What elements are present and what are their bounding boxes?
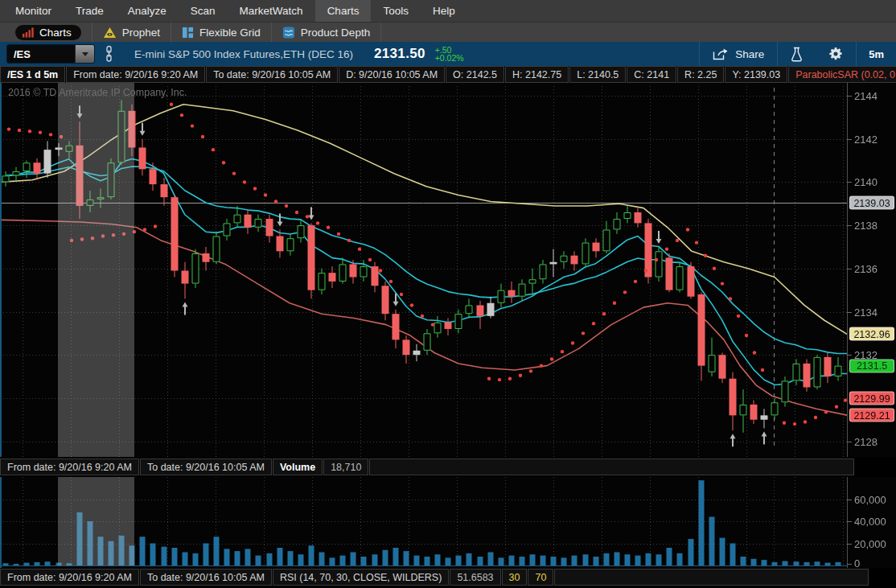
symbol-bar: /ES E-mini S&P 500 Index Futures,ETH (DE… [0,42,896,66]
price-axis-label: 2136 [854,262,878,274]
active-pill: Charts [15,25,81,40]
chart-title: /ES 1 d 5m [0,66,65,83]
toolbar-item-prophet[interactable]: Prophet [92,23,171,42]
price-axis-label: 2138 [854,220,878,232]
interval-selector[interactable]: 5m [857,48,896,60]
menu-item-analyze[interactable]: Analyze [116,0,179,22]
volume-value: 18,710 [323,458,368,475]
price-axis-label: 2134 [854,306,878,318]
toolbar-item-label: Flexible Grid [199,27,261,39]
instrument-description: E-mini S&P 500 Index Futures,ETH (DEC 16… [134,48,353,60]
ohlc-field-1: O: 2142.5 [446,66,504,83]
thinkorswim-charts-app: MonitorTradeAnalyzeScanMarketWatchCharts… [0,0,896,588]
settings-gear-button[interactable] [816,42,856,66]
gear-icon [828,47,843,61]
chart-header-strip: /ES 1 d 5mFrom date: 9/20/16 9:20 AMTo d… [0,66,896,83]
price-change: +.50 +0.02% [435,46,464,62]
toolbar-item-label: Prophet [122,27,160,39]
prophet-icon [103,27,117,39]
price-badge: 2139.03 [849,196,894,210]
volume-pane[interactable]: 60,00040,00020,0000 [0,477,896,568]
menu-item-monitor[interactable]: Monitor [3,0,64,22]
bar-chart-icon [23,27,35,38]
price-axis-label: 2142 [854,133,878,145]
volume-axis-label: 0 [854,557,860,569]
rsi-from-date-field[interactable]: From date: 9/20/16 9:20 AM [0,569,139,586]
menu-item-trade[interactable]: Trade [64,0,116,22]
price-chart-canvas[interactable] [0,83,896,457]
chevron-down-icon [82,52,88,56]
ohlc-field-4: C: 2141 [627,66,676,83]
symbol-input[interactable]: /ES [6,44,95,64]
rsi-to-date-field[interactable]: To date: 9/20/16 10:05 AM [140,569,272,586]
menubar: MonitorTradeAnalyzeScanMarketWatchCharts… [0,0,896,23]
menu-item-marketwatch[interactable]: MarketWatch [228,0,315,22]
rsi-study-label[interactable]: RSI (14, 70, 30, CLOSE, WILDERS) [273,569,449,586]
price-pane[interactable]: 2016 © TD Ameritrade IP Company, Inc. 21… [0,83,896,457]
share-label: Share [735,48,764,60]
change-percent: +0.02% [435,54,464,62]
chart-from-date-field[interactable]: From date: 9/20/16 9:20 AM [66,66,205,83]
chart-to-date-field[interactable]: To date: 9/20/16 10:05 AM [206,66,338,83]
toolbar-item-label: Product Depth [301,27,370,39]
price-badge: 2131.5 [849,359,894,372]
volume-header-strip: From date: 9/20/16 9:20 AM To date: 9/20… [0,458,855,475]
rsi-value: 51.6583 [450,569,500,586]
toolbar-item-product-depth[interactable]: Product Depth [272,23,381,42]
ohlc-field-5: R: 2.25 [677,66,724,83]
rsi-level-30: 30 [502,569,528,586]
rsi-header-strip: From date: 9/20/16 9:20 AM To date: 9/20… [0,569,869,586]
price-axis-label: 2140 [854,176,878,188]
product-depth-icon [282,27,295,39]
flask-icon [791,47,803,62]
price-axis-label: 2144 [854,90,878,102]
share-icon [713,48,729,60]
volume-axis-label: 40,000 [854,516,886,528]
toolbar-item-flexible-grid[interactable]: Flexible Grid [171,23,272,42]
link-icon[interactable] [105,45,113,63]
price-badge: 2129.21 [849,409,894,422]
study-label-parabolicsar[interactable]: ParabolicSAR (0.02, 0.2) [788,66,896,83]
chart-type-toolbar: ChartsProphetFlexible GridProduct Depth [0,23,896,42]
volume-study-label[interactable]: Volume [273,458,323,475]
share-button[interactable]: Share [700,42,777,66]
menu-item-tools[interactable]: Tools [371,0,421,22]
copyright-watermark: 2016 © TD Ameritrade IP Company, Inc. [8,87,187,98]
volume-header-filler [369,458,854,475]
symbol-dropdown-button[interactable] [75,45,94,63]
ohlc-field-2: H: 2142.75 [505,66,569,83]
menu-item-scan[interactable]: Scan [179,0,228,22]
menu-item-charts[interactable]: Charts [315,0,372,22]
price-badge: 2129.99 [849,392,894,405]
price-badge: 2132.96 [849,327,894,341]
ohlc-field-0: D: 9/20/16 10:05 AM [339,66,445,83]
symbol-value: /ES [7,48,75,60]
toolbar-item-charts[interactable]: Charts [5,23,92,42]
volume-axis-label: 20,000 [854,537,886,549]
last-price: 2131.50 [374,46,425,62]
toolbar-item-label: Charts [39,27,72,39]
rsi-level-70: 70 [528,569,553,586]
ohlc-field-3: L: 2140.5 [569,66,626,83]
menu-item-help[interactable]: Help [421,0,467,22]
volume-chart-canvas[interactable] [0,477,896,568]
onDemand-flask-button[interactable] [778,42,816,66]
flexible-grid-icon [182,27,194,39]
volume-to-date-field[interactable]: To date: 9/20/16 10:05 AM [140,458,272,475]
rsi-header-filler [554,569,869,586]
price-axis-label: 2128 [854,435,878,447]
volume-axis-label: 60,000 [854,493,886,505]
volume-from-date-field[interactable]: From date: 9/20/16 9:20 AM [0,458,139,475]
ohlc-field-6: Y: 2139.03 [725,66,787,83]
